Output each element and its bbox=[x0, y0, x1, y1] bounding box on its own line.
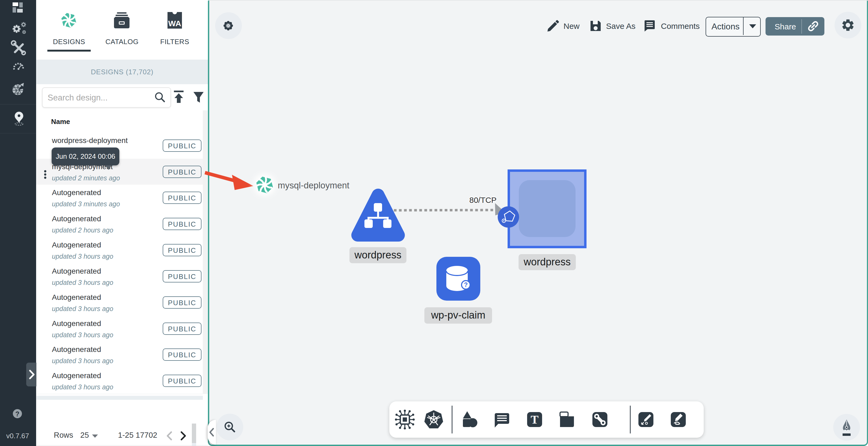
svg-text:WA: WA bbox=[168, 19, 181, 28]
svg-text:T: T bbox=[531, 413, 538, 426]
svg-text:?: ? bbox=[464, 281, 468, 288]
